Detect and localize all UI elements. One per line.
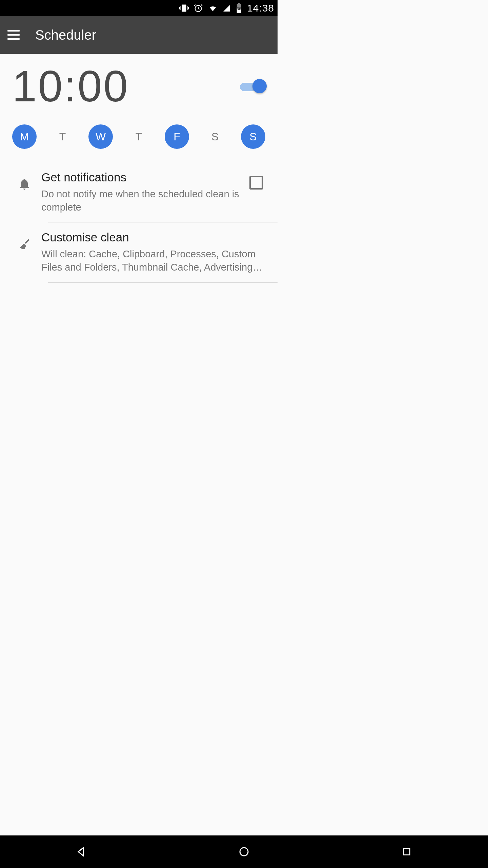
day-wednesday[interactable]: W	[88, 124, 113, 149]
status-bar-clock: 14:38	[247, 2, 274, 14]
cell-signal-icon	[223, 4, 231, 12]
setting-subtitle: Do not notify me when the scheduled clea…	[41, 188, 240, 214]
day-saturday[interactable]: S	[203, 124, 227, 149]
day-friday[interactable]: F	[165, 124, 189, 149]
divider	[48, 282, 278, 283]
day-sunday[interactable]: S	[241, 124, 265, 149]
schedule-time-row: 10:00	[0, 54, 278, 115]
app-bar-title: Scheduler	[35, 27, 96, 43]
app-bar: Scheduler	[0, 16, 278, 54]
setting-subtitle: Will clean: Cache, Clipboard, Processes,…	[41, 248, 264, 274]
wifi-icon	[208, 4, 218, 12]
setting-title: Get notifications	[41, 171, 240, 184]
broom-icon	[18, 237, 31, 252]
setting-title: Customise clean	[41, 231, 264, 244]
bell-icon	[18, 177, 31, 192]
alarm-icon	[194, 3, 203, 13]
day-picker: M T W T F S S	[0, 115, 278, 162]
setting-customise-clean[interactable]: Customise clean Will clean: Cache, Clipb…	[0, 222, 278, 282]
day-tuesday[interactable]: T	[50, 124, 75, 149]
setting-get-notifications[interactable]: Get notifications Do not notify me when …	[0, 162, 278, 222]
menu-button[interactable]	[7, 28, 20, 42]
content: 10:00 M T W T F S S Get notifications Do…	[0, 54, 278, 283]
battery-level-text: 66	[236, 6, 242, 11]
vibrate-icon	[179, 3, 189, 13]
battery-icon: 66	[236, 3, 242, 13]
day-thursday[interactable]: T	[127, 124, 151, 149]
notifications-checkbox[interactable]	[249, 176, 263, 190]
status-bar: 66 14:38	[0, 0, 278, 16]
schedule-time[interactable]: 10:00	[12, 64, 129, 108]
schedule-enabled-toggle[interactable]	[240, 79, 265, 93]
day-monday[interactable]: M	[12, 124, 37, 149]
